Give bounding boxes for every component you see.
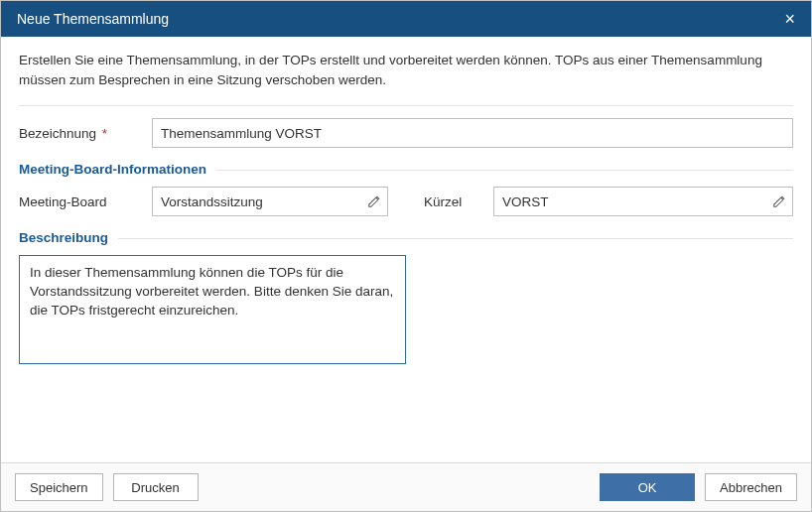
- pair-kuerzel: Kürzel VORST: [424, 187, 793, 216]
- dialog-title: Neue Themensammlung: [17, 11, 169, 27]
- dialog-window: Neue Themensammlung × Erstellen Sie eine…: [0, 0, 812, 512]
- label-kuerzel: Kürzel: [424, 194, 493, 209]
- meeting-board-field[interactable]: Vorstandssitzung: [152, 187, 388, 216]
- ok-button[interactable]: OK: [600, 473, 695, 501]
- pair-meeting-board: Meeting-Board Vorstandssitzung: [19, 187, 388, 216]
- field-bezeichnung-wrap: [152, 118, 793, 148]
- row-meeting-kuerzel: Meeting-Board Vorstandssitzung Kürzel VO…: [19, 187, 793, 216]
- meeting-board-value: Vorstandssitzung: [152, 187, 388, 216]
- label-meeting-board: Meeting-Board: [19, 194, 152, 209]
- section-line: [118, 238, 793, 239]
- section-meeting-board-header: Meeting-Board-Informationen: [19, 162, 793, 177]
- titlebar: Neue Themensammlung ×: [1, 1, 811, 37]
- footer-left: Speichern Drucken: [15, 473, 199, 501]
- section-title-meeting-board: Meeting-Board-Informationen: [19, 162, 216, 177]
- intro-text: Erstellen Sie eine Themensammlung, in de…: [19, 51, 793, 89]
- kuerzel-field[interactable]: VORST: [493, 187, 793, 216]
- label-bezeichnung: Bezeichnung *: [19, 126, 152, 141]
- edit-icon[interactable]: [771, 193, 787, 209]
- close-icon[interactable]: ×: [780, 6, 799, 32]
- edit-icon[interactable]: [366, 193, 382, 209]
- speichern-button[interactable]: Speichern: [15, 473, 103, 501]
- kuerzel-value: VORST: [493, 187, 793, 216]
- drucken-button[interactable]: Drucken: [113, 473, 199, 501]
- required-marker: *: [98, 126, 107, 141]
- section-title-beschreibung: Beschreibung: [19, 230, 118, 245]
- bezeichnung-input[interactable]: [152, 118, 793, 148]
- section-line: [216, 170, 793, 171]
- beschreibung-textarea[interactable]: [19, 255, 406, 364]
- section-beschreibung-header: Beschreibung: [19, 230, 793, 245]
- divider: [19, 105, 793, 106]
- label-bezeichnung-text: Bezeichnung: [19, 126, 96, 141]
- abbrechen-button[interactable]: Abbrechen: [705, 473, 797, 501]
- footer-right: OK Abbrechen: [600, 473, 797, 501]
- row-bezeichnung: Bezeichnung *: [19, 118, 793, 148]
- dialog-footer: Speichern Drucken OK Abbrechen: [1, 462, 811, 511]
- dialog-content: Erstellen Sie eine Themensammlung, in de…: [1, 37, 811, 462]
